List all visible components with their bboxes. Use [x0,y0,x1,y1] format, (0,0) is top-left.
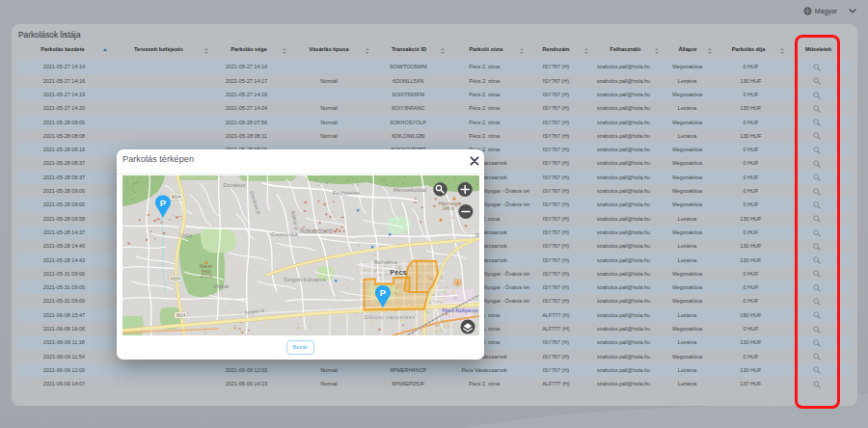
svg-text:Belváros: Belváros [374,258,397,265]
svg-text:Mecsekoldal: Mecsekoldal [393,186,426,193]
svg-text:Rókusdomb: Rókusdomb [300,227,334,234]
svg-text:Pécs: Pécs [390,267,406,276]
svg-text:Uróg: Uróg [179,232,192,238]
svg-text:271 m: 271 m [201,274,213,279]
svg-text:6604: 6604 [171,194,181,199]
svg-text:Makár: Makár [213,282,230,289]
svg-text:Szigeti-külváros: Szigeti-külváros [284,275,326,281]
svg-text:Donátus: Donátus [223,181,245,188]
svg-text:Siklósi városrész: Siklósi városrész [364,313,416,319]
svg-text:Csoronika: Csoronika [271,230,298,237]
svg-text:246 m: 246 m [443,206,455,211]
svg-text:P: P [380,287,387,298]
svg-text:6604: 6604 [171,276,181,281]
svg-text:Búza tér: Búza tér [475,232,479,238]
svg-text:P: P [160,197,167,207]
svg-text:Pécs-Külváros: Pécs-Külváros [442,307,477,312]
svg-text:6604: 6604 [176,312,186,317]
svg-text:Fruhweiss: Fruhweiss [333,188,360,195]
